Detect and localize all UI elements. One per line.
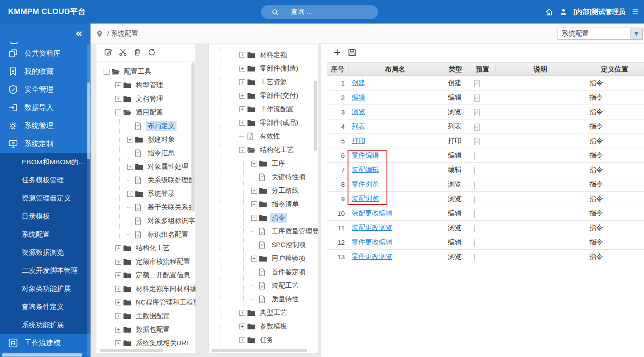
tree-node[interactable]: +对象属性处理 — [104, 160, 196, 173]
tree-node[interactable]: SPC控制项 — [216, 238, 318, 252]
layout-link[interactable]: 列表 — [352, 122, 365, 130]
expand-icon[interactable]: + — [127, 164, 133, 170]
expand-icon[interactable]: + — [127, 137, 133, 143]
table-row[interactable]: 1创建创建✓指令 — [327, 76, 644, 90]
home-icon[interactable] — [545, 8, 553, 16]
layout-link[interactable]: 浏览 — [352, 108, 365, 115]
layout-link[interactable]: 零件更改浏览 — [352, 252, 392, 260]
table-row[interactable]: 5打印打印✓指令 — [327, 134, 644, 148]
tree2-hscrollbar-thumb[interactable] — [211, 349, 307, 352]
tree-node[interactable]: +零部件(成品) — [216, 116, 318, 129]
tree-node[interactable]: 质量特性 — [216, 292, 318, 306]
expand-icon[interactable]: + — [239, 337, 245, 343]
global-search-input[interactable]: 查询 ... — [261, 5, 378, 19]
layout-link[interactable]: 零件更改编辑 — [352, 238, 392, 246]
expand-icon[interactable]: + — [115, 313, 121, 319]
checkbox-checked-icon[interactable]: ✓ — [474, 80, 480, 87]
layout-link[interactable]: 装配浏览 — [352, 195, 379, 202]
expand-icon[interactable]: + — [115, 272, 121, 278]
checkbox-checked-icon[interactable]: ✓ — [474, 138, 480, 145]
checkbox-unchecked-icon[interactable] — [474, 152, 475, 160]
table-row[interactable]: 12零件更改编辑编辑指令 — [327, 235, 644, 250]
tree-node[interactable]: +分工路线 — [216, 184, 318, 197]
collapse-icon[interactable]: - — [239, 147, 245, 153]
tree-node[interactable]: +指令 — [216, 211, 318, 224]
tree2-vscrollbar-thumb[interactable] — [314, 81, 317, 151]
sidebar-subitem[interactable]: 对象类功能扩展 — [0, 280, 91, 298]
tree-node[interactable]: +系统集成相关URL — [104, 336, 196, 350]
expand-icon[interactable]: + — [239, 44, 245, 44]
table-row[interactable]: 3浏览浏览✓指令 — [327, 105, 644, 119]
checkbox-checked-icon[interactable]: ✓ — [474, 109, 480, 116]
checkbox-unchecked-icon[interactable] — [474, 167, 475, 174]
expand-icon[interactable]: + — [239, 66, 245, 71]
tree1-vscrollbar-thumb[interactable] — [191, 62, 195, 212]
tree-node[interactable]: +指令清单 — [216, 197, 318, 211]
tree-node[interactable]: +NC程序管理和工程更 — [104, 295, 196, 309]
tree-node[interactable]: +用户检验项 — [216, 252, 318, 265]
tree-node[interactable]: +工序 — [216, 157, 318, 170]
tree-node[interactable]: +数据包配置 — [104, 323, 196, 336]
sidebar-item[interactable]: 我的收藏 — [0, 62, 91, 81]
layout-link[interactable]: 零件浏览 — [352, 180, 379, 188]
user-icon[interactable] — [559, 8, 568, 16]
layout-link[interactable]: 装配更改编辑 — [352, 209, 392, 217]
tree-node[interactable]: +工艺资源 — [216, 75, 318, 89]
checkbox-unchecked-icon[interactable] — [474, 225, 475, 232]
expand-icon[interactable]: + — [239, 52, 245, 58]
table-row[interactable]: 13零件更改浏览浏览指令 — [327, 250, 644, 264]
table-row[interactable]: 2编辑编辑✓指令 — [327, 90, 644, 105]
add-icon[interactable] — [333, 48, 341, 58]
tree-node[interactable]: +任务 — [216, 333, 318, 347]
sidebar-subitem[interactable]: 系统功能扩展 — [0, 316, 91, 334]
checkbox-checked-icon[interactable]: ✓ — [474, 124, 480, 131]
table-row[interactable]: 4列表列表✓指令 — [327, 119, 644, 134]
expand-icon[interactable]: + — [251, 161, 257, 167]
collapse-icon[interactable]: - — [104, 69, 110, 75]
table-row[interactable]: 11装配更改浏览浏览指令 — [327, 221, 644, 235]
layout-link[interactable]: 零件编辑 — [352, 151, 379, 159]
sidebar-subitem[interactable]: 系统配置 — [0, 225, 91, 243]
sidebar-item-workflow-modeling[interactable]: 工作流建模 — [0, 334, 91, 352]
tree-node[interactable]: 基于关联关系的 — [104, 200, 196, 214]
tree-node[interactable]: 首件鉴定项 — [216, 265, 318, 279]
tree-node[interactable]: 标识组名配置 — [104, 228, 196, 241]
tree-node[interactable]: +主数据配置 — [104, 309, 196, 323]
edit-icon[interactable] — [104, 48, 113, 58]
table-row[interactable]: 8零件浏览浏览指令 — [327, 177, 644, 192]
menu-icon[interactable] — [631, 8, 639, 16]
sidebar-subitem[interactable]: 资源数据浏览 — [0, 243, 91, 262]
checkbox-unchecked-icon[interactable] — [474, 181, 475, 189]
tree-node[interactable]: +创建对象 — [104, 133, 196, 146]
tree-node[interactable]: 有效性 — [216, 129, 318, 143]
tree-node[interactable]: -配置工具 — [104, 65, 196, 78]
chevron-down-icon[interactable]: ▼ — [630, 28, 643, 40]
expand-icon[interactable]: + — [115, 286, 121, 292]
tree-node[interactable]: +定额二开配置信息 — [104, 268, 196, 282]
sidebar-subitem[interactable]: 查询条件定义 — [0, 298, 91, 316]
checkbox-unchecked-icon[interactable] — [474, 210, 475, 218]
expand-icon[interactable]: + — [239, 310, 245, 316]
tree-node[interactable]: 指令汇总 — [104, 146, 196, 160]
sidebar-item[interactable]: 公共资料库 — [0, 44, 91, 62]
sidebar-scrollbar-thumb[interactable] — [87, 82, 90, 159]
refresh-icon[interactable] — [148, 48, 156, 58]
collapse-icon[interactable]: - — [115, 109, 121, 115]
expand-icon[interactable]: + — [251, 201, 257, 207]
tree-node[interactable]: +结构化工艺 — [104, 241, 196, 255]
tree-node[interactable]: +定额审核流程配置 — [104, 255, 196, 268]
sidebar-subitem[interactable]: 资源管理器定义 — [0, 189, 91, 207]
tree-node[interactable]: +系统登录 — [104, 187, 196, 200]
context-select-input[interactable] — [558, 28, 630, 40]
sidebar-subitem[interactable]: 二次开发脚本管理 — [0, 262, 91, 280]
tree-node[interactable]: +零部件(制造) — [216, 62, 318, 75]
expand-icon[interactable]: + — [239, 106, 245, 112]
expand-icon[interactable]: + — [115, 96, 121, 102]
tree-node[interactable]: +工作流配置 — [216, 102, 318, 116]
checkbox-unchecked-icon[interactable] — [474, 239, 475, 247]
expand-icon[interactable]: + — [115, 300, 121, 305]
layout-link[interactable]: 装配更改浏览 — [352, 224, 392, 231]
expand-icon[interactable]: + — [115, 340, 121, 346]
expand-icon[interactable]: + — [239, 324, 245, 329]
tree-node[interactable]: 关系级联处理配 — [104, 173, 196, 187]
